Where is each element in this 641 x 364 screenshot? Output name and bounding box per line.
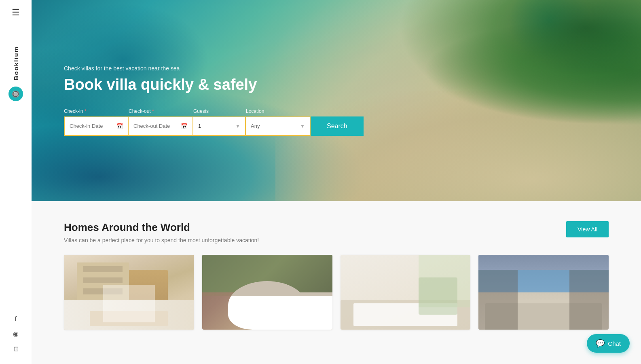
checkout-input-wrapper: 📅 xyxy=(129,116,193,136)
sidebar-social: f ◉ ⊡ xyxy=(13,315,19,357)
location-label: Location xyxy=(246,108,311,114)
calendar-icon-checkin: 📅 xyxy=(116,123,123,129)
property-card[interactable] xyxy=(341,255,471,330)
brand-logo[interactable]: 🔘 xyxy=(8,87,23,101)
property-image-2 xyxy=(202,255,332,330)
checkout-required: * xyxy=(151,108,154,114)
camera-icon[interactable]: ⊡ xyxy=(13,345,19,353)
checkin-input[interactable] xyxy=(70,123,113,129)
checkin-input-wrapper: 📅 xyxy=(64,116,129,136)
brand-name: Booklium xyxy=(13,46,19,80)
hero-section: Check villas for the best vacation near … xyxy=(32,0,641,201)
checkout-input[interactable] xyxy=(133,123,178,129)
guests-field: Guests 1 2 3 4 5 6+ ▼ xyxy=(193,108,246,136)
hero-subtitle: Check villas for the best vacation near … xyxy=(64,65,609,72)
chat-button[interactable]: 💬 Chat xyxy=(587,334,630,353)
property-card[interactable] xyxy=(202,255,332,330)
guests-label: Guests xyxy=(193,108,246,114)
location-input-wrapper: Any Maldives Bali Greece Thailand ▼ xyxy=(246,116,311,136)
property-image-1 xyxy=(64,255,194,330)
hero-title: Book villa quickly & safely xyxy=(64,76,609,94)
checkout-field: Check-out * 📅 xyxy=(129,108,193,136)
homes-title: Homes Around the World xyxy=(64,221,259,234)
property-image-4 xyxy=(478,255,609,330)
sidebar: ☰ Booklium 🔘 f ◉ ⊡ xyxy=(0,0,32,364)
instagram-icon[interactable]: ◉ xyxy=(13,330,19,338)
chat-bubble-icon: 💬 xyxy=(596,339,605,348)
checkout-label: Check-out * xyxy=(129,108,193,114)
guests-select[interactable]: 1 2 3 4 5 6+ xyxy=(198,123,232,129)
logo-letter: 🔘 xyxy=(12,90,20,98)
search-button[interactable]: Search xyxy=(311,116,364,136)
location-dropdown-arrow: ▼ xyxy=(300,123,305,129)
calendar-icon-checkout: 📅 xyxy=(181,123,188,129)
checkin-required: * xyxy=(83,108,86,114)
property-image-3 xyxy=(341,255,471,330)
guests-dropdown-arrow: ▼ xyxy=(235,123,240,129)
sidebar-top: ☰ Booklium 🔘 xyxy=(8,7,23,101)
menu-icon[interactable]: ☰ xyxy=(12,7,20,18)
view-all-button[interactable]: View All xyxy=(566,221,609,237)
main-content: Check villas for the best vacation near … xyxy=(32,0,641,364)
guests-input-wrapper: 1 2 3 4 5 6+ ▼ xyxy=(193,116,246,136)
property-card[interactable] xyxy=(478,255,609,330)
chat-label: Chat xyxy=(608,340,621,347)
checkin-field: Check-in * 📅 xyxy=(64,108,129,136)
location-field: Location Any Maldives Bali Greece Thaila… xyxy=(246,108,311,136)
homes-section: Homes Around the World Villas can be a p… xyxy=(32,201,641,364)
homes-subtitle: Villas can be a perfect place for you to… xyxy=(64,237,259,243)
property-grid xyxy=(64,255,609,330)
search-bar: Check-in * 📅 Check-out * 📅 xyxy=(64,108,371,136)
homes-header-left: Homes Around the World Villas can be a p… xyxy=(64,221,259,243)
checkin-label: Check-in * xyxy=(64,108,129,114)
homes-header: Homes Around the World Villas can be a p… xyxy=(64,221,609,243)
hero-content: Check villas for the best vacation near … xyxy=(32,0,641,201)
location-select[interactable]: Any Maldives Bali Greece Thailand xyxy=(251,123,297,129)
property-card[interactable] xyxy=(64,255,194,330)
facebook-icon[interactable]: f xyxy=(15,315,17,323)
